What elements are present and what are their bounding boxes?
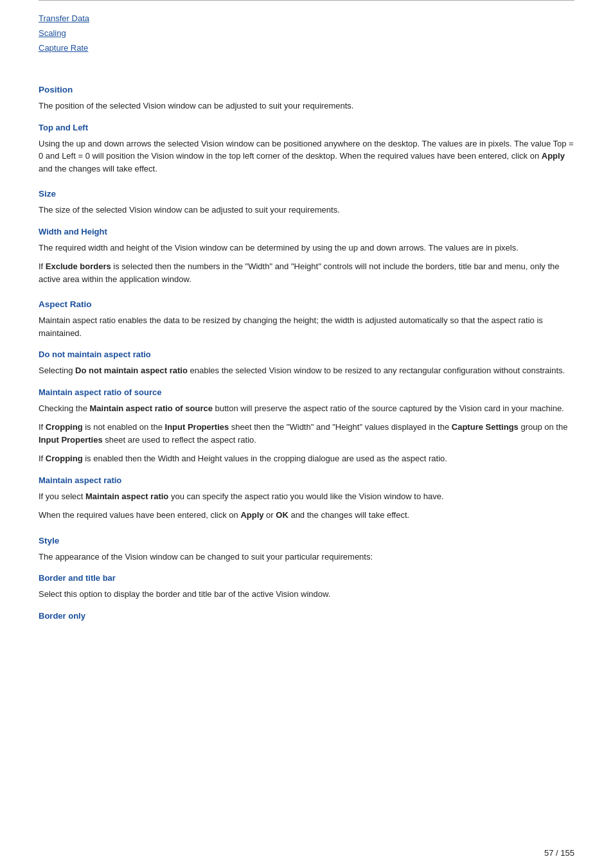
nav-link-capture-rate[interactable]: Capture Rate — [39, 43, 574, 53]
style-heading: Style — [39, 536, 574, 545]
capture-settings-bold: Capture Settings — [452, 422, 519, 432]
top-and-left-heading: Top and Left — [39, 123, 574, 132]
maintain-aspect-ratio-source-heading: Maintain aspect ratio of source — [39, 387, 574, 397]
nav-link-scaling[interactable]: Scaling — [39, 28, 574, 38]
do-not-maintain-heading: Do not maintain aspect ratio — [39, 350, 574, 359]
content-area: Transfer Data Scaling Capture Rate Posit… — [0, 1, 613, 664]
input-properties-bold-1: Input Properties — [165, 422, 229, 432]
page-info: 57 / 155 — [544, 848, 574, 858]
maintain-source-para1: Checking the Maintain aspect ratio of so… — [39, 402, 574, 415]
border-title-bar-heading: Border and title bar — [39, 573, 574, 583]
do-not-maintain-para: Selecting Do not maintain aspect ratio e… — [39, 364, 574, 377]
cropping-bold-1: Cropping — [46, 422, 83, 432]
aspect-ratio-heading: Aspect Ratio — [39, 299, 574, 309]
maintain-source-para2: If Cropping is not enabled on the Input … — [39, 421, 574, 446]
aspect-ratio-intro: Maintain aspect ratio enables the data t… — [39, 314, 574, 339]
position-heading: Position — [39, 85, 574, 94]
spacer2 — [39, 64, 574, 71]
apply-bold-1: Apply — [542, 151, 565, 161]
exclude-borders-bold: Exclude borders — [46, 261, 111, 271]
maintain-source-para3: If Cropping is enabled then the Width an… — [39, 452, 574, 465]
nav-link-transfer-data[interactable]: Transfer Data — [39, 13, 574, 23]
width-height-para2: If Exclude borders is selected then the … — [39, 260, 574, 285]
maintain-source-bold: Maintain aspect ratio of source — [90, 403, 213, 413]
maintain-aspect-para2: When the required values have been enter… — [39, 509, 574, 522]
maintain-aspect-ratio-heading: Maintain aspect ratio — [39, 475, 574, 485]
style-intro: The appearance of the Vision window can … — [39, 551, 574, 563]
spacer1 — [39, 58, 574, 64]
width-and-height-heading: Width and Height — [39, 227, 574, 236]
apply-bold-2: Apply — [240, 510, 263, 520]
ok-bold: OK — [276, 510, 289, 520]
input-properties-bold-2: Input Properties — [39, 435, 103, 445]
page-footer: 57 / 155 — [544, 848, 574, 858]
cropping-bold-2: Cropping — [46, 454, 83, 463]
position-intro: The position of the selected Vision wind… — [39, 100, 574, 112]
page-container: Transfer Data Scaling Capture Rate Posit… — [0, 0, 613, 868]
do-not-maintain-bold: Do not maintain aspect ratio — [75, 366, 188, 375]
nav-links: Transfer Data Scaling Capture Rate — [39, 13, 574, 53]
border-title-bar-para: Select this option to display the border… — [39, 588, 574, 601]
border-only-heading: Border only — [39, 611, 574, 621]
top-and-left-para: Using the up and down arrows the selecte… — [39, 137, 574, 175]
maintain-aspect-bold: Maintain aspect ratio — [85, 492, 168, 501]
size-intro: The size of the selected Vision window c… — [39, 204, 574, 217]
maintain-aspect-para1: If you select Maintain aspect ratio you … — [39, 490, 574, 503]
width-height-para1: The required width and height of the Vis… — [39, 242, 574, 254]
size-heading: Size — [39, 189, 574, 199]
